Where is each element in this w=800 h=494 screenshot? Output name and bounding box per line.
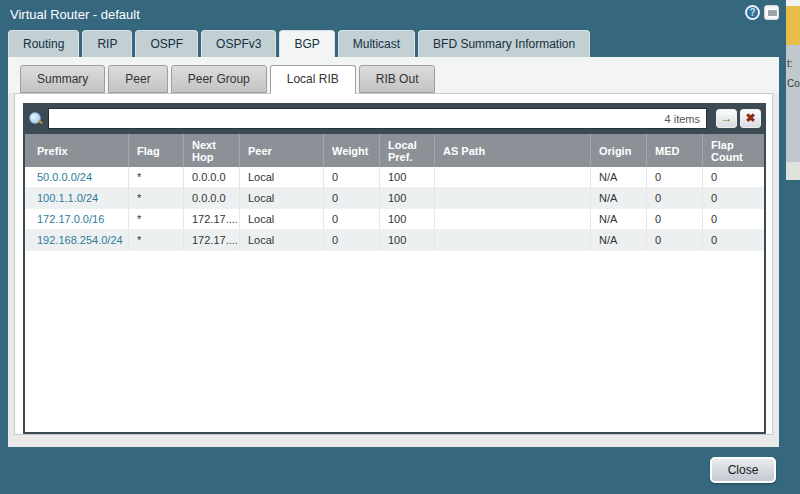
search-icon[interactable] [28, 111, 44, 127]
prefix-link[interactable]: 100.1.1.0/24 [25, 188, 128, 208]
cell-peer: Local [239, 188, 323, 208]
cell-local-pref: 100 [379, 188, 434, 208]
cell-peer: Local [239, 209, 323, 229]
cell-flag: * [128, 188, 183, 208]
dialog-titlebar: Virtual Router - default ? [0, 0, 786, 29]
cell-next-hop: 172.17.... [183, 209, 239, 229]
bgp-tab-content: SummaryPeerPeer GroupLocal RIBRIB Out 4 … [8, 57, 779, 447]
cell-next-hop: 0.0.0.0 [183, 167, 239, 187]
subtab-rib-out[interactable]: RIB Out [359, 65, 436, 93]
cell-local-pref: 100 [379, 167, 434, 187]
dialog-footer: Close [0, 447, 786, 494]
column-header-flap-count[interactable]: Flap Count [702, 134, 764, 167]
search-box: 4 items [48, 108, 707, 129]
cell-flap-count: 0 [702, 188, 764, 208]
cell-origin: N/A [590, 209, 646, 229]
prefix-link[interactable]: 50.0.0.0/24 [25, 167, 128, 187]
grid-toolbar: 4 items → ✖ [23, 103, 766, 134]
subtab-summary[interactable]: Summary [20, 65, 105, 93]
cell-weight: 0 [323, 230, 379, 250]
cell-next-hop: 0.0.0.0 [183, 188, 239, 208]
table-row: 100.1.1.0/24*0.0.0.0Local0100N/A00 [25, 188, 764, 209]
tab-rip[interactable]: RIP [82, 30, 132, 57]
cell-flag: * [128, 209, 183, 229]
prefix-link[interactable]: 192.168.254.0/24 [25, 230, 128, 250]
column-header-peer[interactable]: Peer [239, 134, 323, 167]
cell-weight: 0 [323, 188, 379, 208]
column-header-local-pref[interactable]: Local Pref. [379, 134, 434, 167]
help-icon[interactable]: ? [745, 5, 760, 20]
subtab-peer[interactable]: Peer [108, 65, 167, 93]
table-header-row: PrefixFlagNext HopPeerWeightLocal Pref.A… [25, 134, 764, 167]
tab-routing[interactable]: Routing [8, 30, 79, 57]
cell-origin: N/A [590, 188, 646, 208]
cell-peer: Local [239, 230, 323, 250]
minimize-icon[interactable] [764, 5, 779, 20]
routes-table: PrefixFlagNext HopPeerWeightLocal Pref.A… [25, 134, 764, 432]
main-tab-bar: RoutingRIPOSPFOSPFv3BGPMulticastBFD Summ… [8, 30, 590, 57]
column-header-prefix[interactable]: Prefix [25, 134, 128, 167]
column-header-med[interactable]: MED [646, 134, 702, 167]
cell-local-pref: 100 [379, 230, 434, 250]
column-header-next-hop[interactable]: Next Hop [183, 134, 239, 167]
background-page-panel: t: Co [786, 45, 800, 162]
cell-as-path [434, 209, 590, 229]
cell-next-hop: 172.17.... [183, 230, 239, 250]
background-text-fragment: t: [787, 58, 793, 69]
cell-local-pref: 100 [379, 209, 434, 229]
subtab-peer-group[interactable]: Peer Group [171, 65, 267, 93]
tab-multicast[interactable]: Multicast [338, 30, 415, 57]
local-rib-grid: 4 items → ✖ PrefixFlagNext HopPeerWeight… [23, 103, 766, 434]
background-text-fragment: Co [787, 78, 800, 89]
column-header-as-path[interactable]: AS Path [434, 134, 590, 167]
cell-flag: * [128, 230, 183, 250]
prefix-link[interactable]: 172.17.0.0/16 [25, 209, 128, 229]
cell-med: 0 [646, 188, 702, 208]
cell-origin: N/A [590, 167, 646, 187]
search-input[interactable] [49, 109, 665, 128]
cell-as-path [434, 188, 590, 208]
cell-weight: 0 [323, 209, 379, 229]
cell-as-path [434, 230, 590, 250]
background-page-yellow-bar [786, 6, 800, 45]
column-header-origin[interactable]: Origin [590, 134, 646, 167]
table-body: 50.0.0.0/24*0.0.0.0Local0100N/A00100.1.1… [25, 167, 764, 251]
clear-icon[interactable]: ✖ [740, 109, 761, 128]
cell-origin: N/A [590, 230, 646, 250]
close-button[interactable]: Close [710, 457, 776, 483]
tab-ospfv3[interactable]: OSPFv3 [201, 30, 276, 57]
virtual-router-dialog: Virtual Router - default ? RoutingRIPOSP… [0, 0, 786, 494]
tab-bgp[interactable]: BGP [279, 30, 334, 57]
column-header-flag[interactable]: Flag [128, 134, 183, 167]
cell-flap-count: 0 [702, 209, 764, 229]
tab-bfd-summary-information[interactable]: BFD Summary Information [418, 30, 590, 57]
cell-med: 0 [646, 167, 702, 187]
dialog-title: Virtual Router - default [10, 7, 140, 22]
bgp-sub-tab-bar: SummaryPeerPeer GroupLocal RIBRIB Out [20, 65, 435, 94]
cell-as-path [434, 167, 590, 187]
cell-weight: 0 [323, 167, 379, 187]
table-row: 50.0.0.0/24*0.0.0.0Local0100N/A00 [25, 167, 764, 188]
go-arrow-icon[interactable]: → [716, 109, 737, 128]
tab-ospf[interactable]: OSPF [135, 30, 198, 57]
cell-flap-count: 0 [702, 230, 764, 250]
cell-med: 0 [646, 230, 702, 250]
table-row: 172.17.0.0/16*172.17....Local0100N/A00 [25, 209, 764, 230]
subtab-local-rib[interactable]: Local RIB [270, 65, 356, 94]
cell-flap-count: 0 [702, 167, 764, 187]
cell-med: 0 [646, 209, 702, 229]
cell-flag: * [128, 167, 183, 187]
column-header-weight[interactable]: Weight [323, 134, 379, 167]
item-count-label: 4 items [665, 113, 706, 125]
background-page-strip-lower [786, 162, 800, 180]
cell-peer: Local [239, 167, 323, 187]
table-row: 192.168.254.0/24*172.17....Local0100N/A0… [25, 230, 764, 251]
